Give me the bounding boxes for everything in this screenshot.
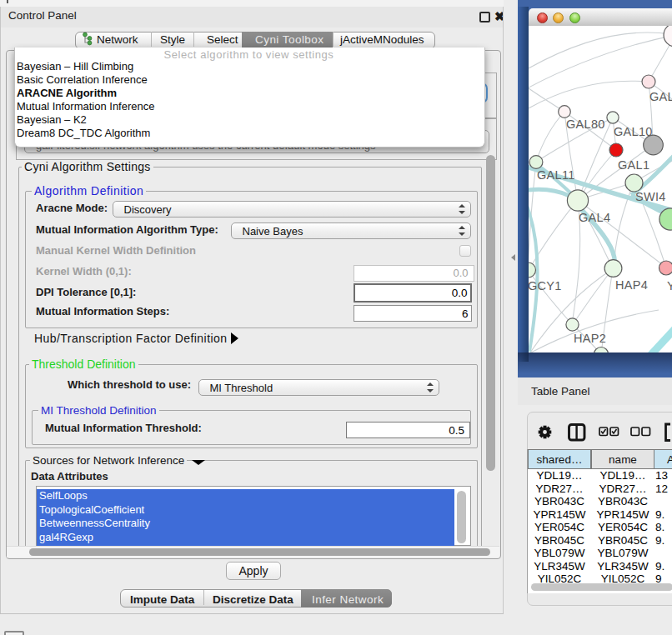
svg-text:GAL80: GAL80 bbox=[566, 118, 605, 131]
svg-text:GAL1: GAL1 bbox=[618, 158, 649, 172]
svg-text:GCY1: GCY1 bbox=[529, 279, 562, 292]
svg-text:GAL10: GAL10 bbox=[614, 125, 653, 138]
svg-text:GAL2: GAL2 bbox=[649, 90, 672, 103]
svg-text:GAL11: GAL11 bbox=[537, 168, 575, 182]
svg-text:Y: Y bbox=[667, 279, 672, 292]
svg-text:SWI4: SWI4 bbox=[635, 190, 666, 203]
svg-text:HAP2: HAP2 bbox=[574, 332, 606, 345]
svg-text:HAP4: HAP4 bbox=[615, 278, 648, 292]
svg-text:GAL4: GAL4 bbox=[579, 211, 610, 224]
